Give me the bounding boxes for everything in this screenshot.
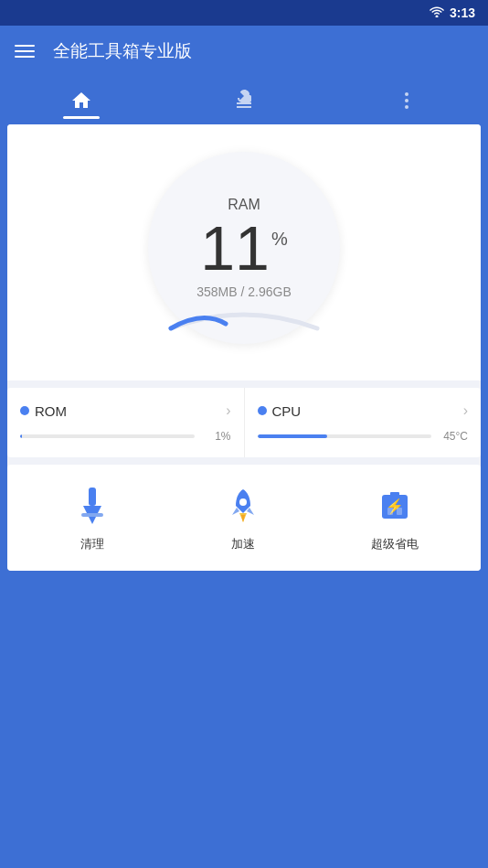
rom-dot xyxy=(20,406,29,415)
gauge-arc xyxy=(153,296,335,337)
ram-percent-value: 11 xyxy=(200,217,270,279)
tab-tools[interactable] xyxy=(206,84,282,117)
rom-bar-row: 1% xyxy=(20,430,231,443)
rom-title: ROM xyxy=(35,403,67,419)
gauge-container: RAM 11 % 358MB / 2.96GB xyxy=(139,143,349,353)
cpu-value: 45°C xyxy=(439,430,468,443)
nav-tabs xyxy=(0,77,488,124)
status-time: 3:13 xyxy=(450,5,475,20)
shortcut-clean-label: 清理 xyxy=(80,536,104,552)
svg-point-0 xyxy=(435,16,438,18)
ram-percent-sign: % xyxy=(271,230,288,248)
rom-bar-bg xyxy=(20,434,195,438)
ram-card: RAM 11 % 358MB / 2.96GB xyxy=(7,124,481,380)
status-bar: 3:13 xyxy=(0,0,488,26)
cpu-bar-fill xyxy=(258,434,327,438)
rom-value: 1% xyxy=(202,430,231,443)
shortcuts: 清理 加速 ⚡ xyxy=(7,465,481,571)
menu-icon[interactable] xyxy=(15,45,35,58)
svg-rect-2 xyxy=(237,106,251,108)
rom-header: ROM › xyxy=(20,402,231,419)
status-bar-right: 3:13 xyxy=(430,5,475,21)
broom-icon xyxy=(69,483,115,529)
svg-rect-13 xyxy=(397,508,402,515)
shortcut-boost[interactable]: 加速 xyxy=(220,483,266,552)
main-content: RAM 11 % 358MB / 2.96GB xyxy=(7,124,481,571)
cpu-bar-row: 45°C xyxy=(258,430,469,443)
svg-point-4 xyxy=(405,99,408,102)
cpu-chevron-icon: › xyxy=(463,402,468,419)
cpu-title: CPU xyxy=(272,403,302,419)
shortcut-battery[interactable]: ⚡ 超级省电 xyxy=(371,483,419,552)
svg-rect-7 xyxy=(81,513,103,517)
ram-label: RAM xyxy=(228,197,260,213)
svg-rect-1 xyxy=(237,102,251,104)
ram-percent-container: 11 % xyxy=(200,217,287,279)
rocket-icon xyxy=(220,483,266,529)
shortcut-clean[interactable]: 清理 xyxy=(69,483,115,552)
cpu-dot xyxy=(258,406,267,415)
cpu-bar-bg xyxy=(258,434,432,438)
svg-rect-10 xyxy=(390,492,399,497)
rom-chevron-icon: › xyxy=(226,402,230,419)
svg-point-5 xyxy=(405,105,408,109)
svg-point-8 xyxy=(239,498,247,506)
wifi-icon xyxy=(430,5,444,21)
battery-save-icon: ⚡ xyxy=(372,483,418,529)
tab-home[interactable] xyxy=(43,84,120,117)
tab-more[interactable] xyxy=(368,84,445,117)
rom-title-row: ROM xyxy=(20,403,67,419)
shortcut-battery-label: 超级省电 xyxy=(371,536,419,552)
svg-rect-6 xyxy=(89,488,96,506)
stats-row: ROM › 1% CPU › xyxy=(7,388,481,457)
cpu-header: CPU › xyxy=(258,402,469,419)
app-header: 全能工具箱专业版 xyxy=(0,26,488,77)
cpu-title-row: CPU xyxy=(258,403,302,419)
cpu-card[interactable]: CPU › 45°C xyxy=(245,388,482,457)
rom-bar-fill xyxy=(20,434,22,438)
rom-card[interactable]: ROM › 1% xyxy=(7,388,245,457)
shortcut-boost-label: 加速 xyxy=(231,536,255,552)
app-title: 全能工具箱专业版 xyxy=(53,39,473,63)
svg-point-3 xyxy=(405,92,408,96)
svg-rect-12 xyxy=(387,508,393,515)
